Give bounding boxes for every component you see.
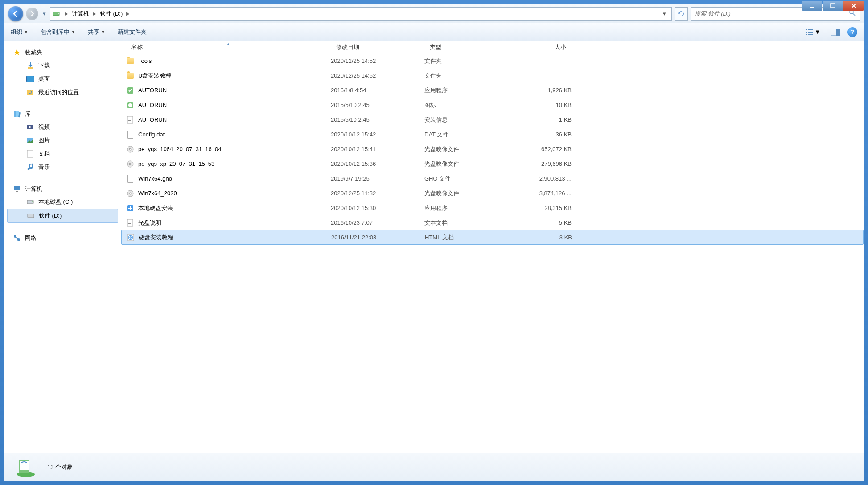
sidebar-item-label: 文档 bbox=[38, 150, 50, 158]
window-content: ▾ ▶ 计算机 ▶ 软件 (D:) ▶ ▾ bbox=[4, 4, 864, 481]
svg-rect-1 bbox=[831, 4, 835, 8]
sidebar-item-lib-2[interactable]: 文档 bbox=[4, 147, 121, 160]
new-folder-button[interactable]: 新建文件夹 bbox=[118, 28, 147, 36]
file-row[interactable]: AUTORUN2016/1/8 4:54应用程序1,926 KB bbox=[121, 83, 864, 98]
close-button[interactable] bbox=[843, 1, 864, 11]
preview-pane-button[interactable] bbox=[828, 26, 843, 38]
sidebar-item-comp-1[interactable]: 软件 (D:) bbox=[7, 209, 118, 223]
sidebar-item-lib-0[interactable]: 视频 bbox=[4, 120, 121, 134]
svg-rect-37 bbox=[128, 118, 132, 118]
file-row[interactable]: Win7x64_20202020/12/25 11:32光盘映像文件3,874,… bbox=[121, 186, 864, 201]
address-dropdown[interactable]: ▾ bbox=[659, 10, 670, 17]
file-row[interactable]: AUTORUN2015/5/10 2:45图标10 KB bbox=[121, 98, 864, 112]
svg-rect-7 bbox=[806, 32, 807, 33]
file-date: 2016/1/8 4:54 bbox=[331, 87, 424, 94]
sidebar-item-comp-0[interactable]: 本地磁盘 (C:) bbox=[4, 195, 121, 209]
file-name: pe_yqs_1064_20_07_31_16_04 bbox=[138, 146, 222, 152]
file-type-icon bbox=[126, 115, 135, 124]
file-type: 安装信息 bbox=[424, 116, 518, 124]
sidebar-item-label: 软件 (D:) bbox=[39, 212, 62, 220]
file-type-icon bbox=[126, 233, 135, 242]
sidebar-item-fav-1[interactable]: 桌面 bbox=[4, 72, 121, 86]
file-type-icon bbox=[126, 204, 135, 213]
file-type: 图标 bbox=[424, 101, 518, 109]
svg-rect-5 bbox=[806, 29, 807, 30]
file-row[interactable]: AUTORUN2015/5/10 2:45安装信息1 KB bbox=[121, 112, 864, 127]
file-type: 文件夹 bbox=[424, 72, 518, 80]
file-row[interactable]: 本地硬盘安装2020/10/12 15:30应用程序28,315 KB bbox=[121, 201, 864, 215]
file-row[interactable]: Config.dat2020/10/12 15:42DAT 文件36 KB bbox=[121, 127, 864, 142]
file-row[interactable]: 硬盘安装教程2016/11/21 22:03HTML 文档3 KB bbox=[121, 230, 864, 245]
file-row[interactable]: Tools2020/12/25 14:52文件夹 bbox=[121, 53, 864, 68]
svg-rect-22 bbox=[27, 150, 33, 157]
file-type: 文件夹 bbox=[424, 57, 518, 65]
nav-history-dropdown[interactable]: ▾ bbox=[41, 8, 47, 20]
search-input[interactable] bbox=[695, 10, 849, 17]
svg-point-3 bbox=[58, 13, 59, 14]
chevron-right-icon[interactable]: ▶ bbox=[91, 11, 98, 16]
file-list-pane: 名称▲ 修改日期 类型 大小 Tools2020/12/25 14:52文件夹U… bbox=[121, 41, 864, 453]
file-row[interactable]: 光盘说明2016/10/23 7:07文本文档5 KB bbox=[121, 215, 864, 230]
column-size[interactable]: 大小 bbox=[518, 43, 572, 51]
view-options-button[interactable]: ▼ bbox=[802, 26, 823, 37]
help-button[interactable]: ? bbox=[847, 27, 857, 37]
file-size: 36 KB bbox=[518, 131, 572, 138]
svg-rect-12 bbox=[836, 29, 840, 36]
favorites-label: 收藏夹 bbox=[25, 49, 42, 57]
chevron-down-icon: ▼ bbox=[815, 29, 820, 35]
file-size: 652,072 KB bbox=[518, 146, 572, 152]
file-size: 2,900,813 ... bbox=[518, 175, 572, 182]
file-row[interactable]: pe_yqs_1064_20_07_31_16_042020/10/12 15:… bbox=[121, 142, 864, 156]
file-date: 2020/12/25 14:52 bbox=[331, 58, 424, 64]
file-row[interactable]: Win7x64.gho2019/9/7 19:25GHO 文件2,900,813… bbox=[121, 171, 864, 186]
file-type: 光盘映像文件 bbox=[424, 160, 518, 168]
refresh-button[interactable] bbox=[675, 7, 688, 21]
file-name: 硬盘安装教程 bbox=[139, 234, 173, 242]
address-bar[interactable]: ▶ 计算机 ▶ 软件 (D:) ▶ ▾ bbox=[50, 7, 672, 21]
breadcrumb-computer[interactable]: 计算机 bbox=[70, 8, 91, 20]
organize-menu[interactable]: 组织▼ bbox=[11, 28, 28, 36]
file-size: 10 KB bbox=[518, 102, 572, 108]
favorites-header[interactable]: ★ 收藏夹 bbox=[4, 46, 121, 59]
column-type[interactable]: 类型 bbox=[424, 43, 518, 51]
column-date[interactable]: 修改日期 bbox=[331, 43, 424, 51]
sidebar-item-fav-2[interactable]: 最近访问的位置 bbox=[4, 86, 121, 99]
pictures-icon bbox=[26, 136, 35, 145]
chevron-right-icon[interactable]: ▶ bbox=[124, 11, 132, 16]
forward-button[interactable] bbox=[26, 8, 38, 20]
libraries-header[interactable]: 库 bbox=[4, 108, 121, 120]
file-list[interactable]: Tools2020/12/25 14:52文件夹U盘安装教程2020/12/25… bbox=[121, 53, 864, 453]
svg-rect-47 bbox=[127, 219, 133, 226]
minimize-button[interactable] bbox=[802, 1, 822, 11]
file-name: Win7x64.gho bbox=[138, 175, 172, 182]
svg-point-24 bbox=[30, 167, 33, 169]
back-button[interactable] bbox=[8, 6, 23, 21]
include-menu[interactable]: 包含到库中▼ bbox=[41, 28, 75, 36]
sidebar-item-fav-0[interactable]: 下载 bbox=[4, 59, 121, 72]
share-menu[interactable]: 共享▼ bbox=[88, 28, 105, 36]
arrow-left-icon bbox=[12, 10, 20, 18]
network-header[interactable]: 网络 bbox=[4, 232, 121, 244]
file-name: Win7x64_2020 bbox=[138, 190, 177, 197]
chevron-right-icon[interactable]: ▶ bbox=[63, 11, 70, 16]
svg-point-35 bbox=[128, 103, 132, 107]
file-type-icon bbox=[126, 101, 135, 110]
file-row[interactable]: pe_yqs_xp_20_07_31_15_532020/10/12 15:36… bbox=[121, 156, 864, 171]
breadcrumb-drive[interactable]: 软件 (D:) bbox=[98, 8, 124, 20]
content-area: ★ 收藏夹 下载桌面最近访问的位置 库 视频图片文档音乐 计算机 bbox=[4, 41, 864, 453]
column-name[interactable]: 名称▲ bbox=[126, 43, 331, 51]
sidebar-item-lib-3[interactable]: 音乐 bbox=[4, 160, 121, 174]
sidebar-item-label: 视频 bbox=[38, 123, 50, 131]
file-name: pe_yqs_xp_20_07_31_15_53 bbox=[138, 160, 214, 167]
status-bar: 13 个对象 bbox=[4, 453, 864, 481]
svg-rect-10 bbox=[808, 34, 813, 35]
file-row[interactable]: U盘安装教程2020/12/25 14:52文件夹 bbox=[121, 68, 864, 83]
computer-header[interactable]: 计算机 bbox=[4, 183, 121, 195]
svg-rect-16 bbox=[14, 111, 16, 117]
file-type-icon bbox=[126, 145, 135, 154]
svg-point-21 bbox=[29, 140, 30, 141]
sidebar-item-lib-1[interactable]: 图片 bbox=[4, 134, 121, 147]
maximize-button[interactable] bbox=[823, 1, 843, 11]
sidebar-item-label: 最近访问的位置 bbox=[38, 88, 79, 96]
drive-icon bbox=[52, 10, 60, 18]
